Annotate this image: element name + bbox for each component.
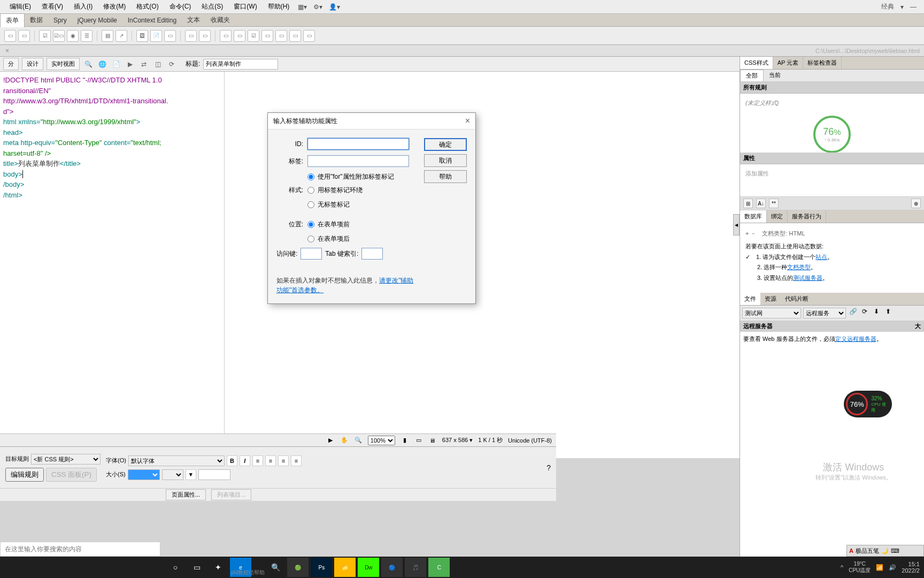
- tab-favorites[interactable]: 收藏夹: [205, 13, 235, 27]
- size-unit-select[interactable]: [162, 469, 183, 480]
- tab-database[interactable]: 数据库: [740, 210, 767, 223]
- file-mgmt-icon[interactable]: 📄: [111, 59, 121, 70]
- tab-form[interactable]: 表单: [0, 13, 25, 27]
- radiogroup-icon[interactable]: ☰: [81, 30, 93, 42]
- dreamweaver-app[interactable]: Dw: [358, 558, 379, 577]
- split-view-button[interactable]: 分: [3, 58, 19, 70]
- button-icon[interactable]: ▭: [164, 30, 176, 42]
- define-remote-link[interactable]: 定义远程服务器: [835, 336, 876, 342]
- inspect-icon[interactable]: 🔍: [83, 59, 94, 70]
- tab-ap-elements[interactable]: AP 元素: [773, 57, 804, 69]
- site-link[interactable]: 站点: [815, 254, 827, 260]
- refresh-files-icon[interactable]: ⟳: [860, 308, 869, 318]
- preview-icon[interactable]: ▶: [125, 59, 135, 70]
- menu-view[interactable]: 查看(V): [36, 0, 68, 13]
- os-search-input[interactable]: [5, 545, 156, 553]
- spry-confirm-icon[interactable]: ▭: [289, 30, 301, 42]
- menu-insert[interactable]: 插入(I): [68, 0, 98, 13]
- menu-site[interactable]: 站点(S): [196, 0, 228, 13]
- select-icon[interactable]: ▤: [102, 30, 113, 42]
- ime-icon[interactable]: A: [849, 547, 853, 554]
- spry-textfield-icon[interactable]: ▭: [220, 30, 232, 42]
- layout-chevron-icon[interactable]: ▾: [897, 3, 907, 11]
- show-list-icon[interactable]: A↓: [756, 199, 766, 208]
- menu-commands[interactable]: 命令(C): [164, 0, 197, 13]
- user-icon[interactable]: 👤▾: [326, 3, 343, 11]
- os-search-bar[interactable]: [0, 542, 160, 557]
- spry-select-icon[interactable]: ▭: [261, 30, 273, 42]
- clock-time[interactable]: 15:1: [902, 561, 920, 567]
- refresh-icon[interactable]: ⟳: [166, 59, 177, 70]
- browser-app[interactable]: 🔵: [381, 558, 403, 577]
- volume-icon[interactable]: 🔊: [889, 564, 896, 571]
- copilot-icon[interactable]: ✦: [209, 558, 228, 577]
- font-select[interactable]: 默认字体: [128, 455, 225, 466]
- network-icon[interactable]: 📶: [876, 564, 883, 571]
- testserver-link[interactable]: 测试服务器: [793, 275, 822, 281]
- textfield-icon[interactable]: ▭: [18, 30, 30, 42]
- explorer-app[interactable]: 📁: [334, 558, 356, 577]
- tab-jquery[interactable]: jQuery Mobile: [72, 14, 122, 26]
- tab-incontext[interactable]: InContext Editing: [122, 14, 182, 26]
- align-left-button[interactable]: ≡: [252, 455, 263, 466]
- target-rule-select[interactable]: <新 CSS 规则>: [31, 454, 101, 465]
- connect-icon[interactable]: 🔗: [848, 308, 858, 318]
- select-tool-icon[interactable]: ▶: [326, 436, 335, 445]
- live-view-button[interactable]: 实时视图: [47, 58, 80, 70]
- music-app[interactable]: 🎵: [405, 558, 426, 577]
- style-radio-for[interactable]: [307, 173, 314, 180]
- add-property-link[interactable]: 添加属性: [743, 168, 921, 180]
- css-panel-button[interactable]: CSS 面板(P): [46, 468, 97, 482]
- image-icon[interactable]: 🖼: [136, 30, 148, 42]
- ime-moon-icon[interactable]: 🌙: [881, 547, 889, 554]
- style-radio-wrap[interactable]: [307, 187, 314, 194]
- device-tablet-icon[interactable]: ▭: [414, 436, 423, 445]
- spry-radio-icon[interactable]: ▭: [303, 30, 315, 42]
- gear-icon[interactable]: ⚙▾: [310, 3, 326, 11]
- doctype-link[interactable]: 文档类型: [787, 264, 811, 270]
- design-view-button[interactable]: 设计: [22, 58, 43, 70]
- italic-button[interactable]: I: [240, 455, 250, 466]
- form-icon[interactable]: ▭: [4, 30, 16, 42]
- menu-window[interactable]: 窗口(W): [228, 0, 262, 13]
- fieldset-icon[interactable]: ▭: [199, 30, 211, 42]
- access-key-input[interactable]: [301, 248, 322, 260]
- view-select[interactable]: 远程服务: [803, 308, 846, 318]
- spry-checkbox-icon[interactable]: ☑: [248, 30, 259, 42]
- spry-textarea-icon[interactable]: ▭: [234, 30, 245, 42]
- radio-icon[interactable]: ◉: [67, 30, 79, 42]
- position-radio-after[interactable]: [307, 235, 314, 242]
- show-set-icon[interactable]: **: [769, 199, 779, 208]
- tab-data[interactable]: 数据: [25, 13, 48, 27]
- zoom-tool-icon[interactable]: 🔍: [354, 436, 363, 445]
- page-properties-button[interactable]: 页面属性...: [166, 489, 206, 500]
- ok-button[interactable]: 确定: [424, 138, 467, 151]
- align-right-button[interactable]: ≡: [278, 455, 289, 466]
- layout-dropdown-icon[interactable]: ▦▾: [295, 3, 310, 11]
- menu-format[interactable]: 格式(O): [131, 0, 164, 13]
- device-desktop-icon[interactable]: 🖥: [428, 436, 437, 445]
- align-justify-button[interactable]: ≡: [291, 455, 302, 466]
- color-hex-input[interactable]: [198, 469, 230, 480]
- camtasia-app[interactable]: C: [428, 558, 450, 577]
- tab-spry[interactable]: Spry: [48, 14, 72, 26]
- get-icon[interactable]: ⬇: [872, 308, 881, 318]
- chrome-app[interactable]: 🟢: [287, 558, 309, 577]
- style-radio-none[interactable]: [307, 201, 314, 208]
- menu-help[interactable]: 帮助(H): [263, 0, 295, 13]
- document-title-input[interactable]: [203, 59, 278, 70]
- globe-icon[interactable]: 🌐: [97, 59, 107, 70]
- css-current-tab[interactable]: 当前: [764, 70, 786, 81]
- site-select[interactable]: 测试网: [742, 308, 801, 318]
- tab-snippets[interactable]: 代码片断: [781, 293, 813, 305]
- spry-password-icon[interactable]: ▭: [275, 30, 287, 42]
- checkboxgroup-icon[interactable]: ☑▭: [53, 30, 65, 42]
- cancel-button[interactable]: 取消: [424, 154, 467, 167]
- nav-icon[interactable]: ⇄: [138, 59, 149, 70]
- tray-chevron-icon[interactable]: ^: [841, 564, 843, 571]
- search-taskbar-icon[interactable]: 🔍: [266, 558, 285, 577]
- css-all-tab[interactable]: 全部: [740, 70, 764, 81]
- menu-modify[interactable]: 修改(M): [98, 0, 131, 13]
- task-view-icon[interactable]: ▭: [187, 558, 206, 577]
- id-input[interactable]: [307, 138, 409, 150]
